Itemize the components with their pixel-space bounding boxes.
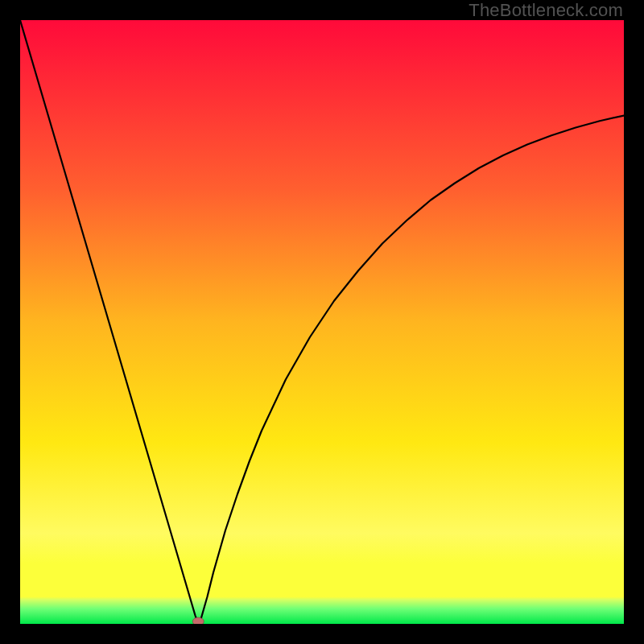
- minimum-marker: [192, 617, 204, 624]
- chart-frame: TheBottleneck.com: [0, 0, 644, 644]
- plot-area: [20, 20, 624, 624]
- gradient-background: [20, 20, 624, 624]
- watermark-text: TheBottleneck.com: [469, 0, 623, 21]
- bottleneck-curve-chart: [20, 20, 624, 624]
